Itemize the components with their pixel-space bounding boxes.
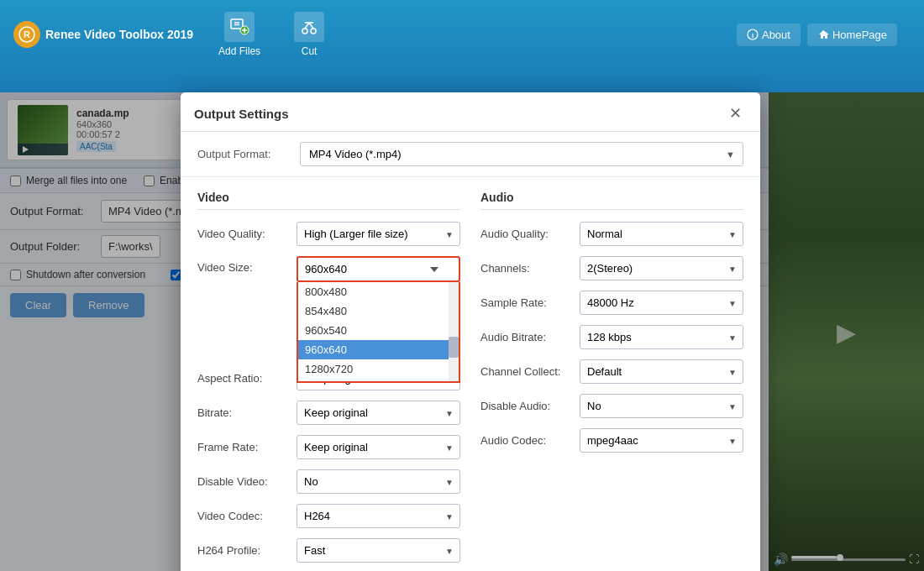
dialog-format-row: Output Format: MP4 Video (*.mp4) (181, 132, 760, 177)
h264-profile-select[interactable]: Fast (297, 538, 460, 563)
svg-point-8 (302, 29, 307, 34)
size-option-1280x720[interactable]: 1280x720 (298, 359, 459, 379)
channels-wrapper: 2(Stereo) (580, 256, 743, 280)
aspect-ratio-label: Aspect Ratio: (197, 372, 290, 385)
dialog-body: Video Video Quality: High (Larger file s… (181, 177, 760, 571)
h264-profile-row: H264 Profile: Fast (197, 538, 460, 563)
format-label: Output Format: (197, 148, 290, 160)
channel-collect-label: Channel Collect: (480, 365, 573, 378)
homepage-label: HomePage (832, 29, 887, 41)
video-codec-select[interactable]: H264 (297, 504, 460, 528)
add-files-icon (224, 12, 255, 42)
logo-icon: R (13, 21, 40, 48)
channel-collect-wrapper: Default (580, 359, 743, 384)
frame-rate-row: Frame Rate: Keep original (197, 435, 460, 459)
video-size-row: Video Size: 960x640 (197, 256, 460, 282)
add-files-button[interactable]: Add Files (210, 7, 269, 62)
disable-audio-select[interactable]: No (580, 394, 743, 418)
video-quality-wrapper: High (Larger file size) (297, 222, 460, 246)
audio-codec-select[interactable]: mpeg4aac (580, 428, 743, 453)
sample-rate-wrapper: 48000 Hz (580, 291, 743, 315)
about-button[interactable]: i About (737, 24, 801, 46)
content-area: canada.mp 640x360 00:00:57 2 AAC(Sta ▶ 🔊… (0, 92, 924, 571)
audio-section-title: Audio (480, 191, 743, 210)
video-col: Video Video Quality: High (Larger file s… (197, 191, 460, 571)
app-window: R Renee Video Toolbox 2019 (0, 0, 924, 571)
video-size-value: 960x640 (305, 263, 347, 275)
homepage-button[interactable]: HomePage (807, 24, 897, 46)
channel-collect-select[interactable]: Default (580, 359, 743, 384)
svg-point-9 (311, 29, 316, 34)
app-title: Renee Video Toolbox 2019 (45, 28, 193, 41)
disable-video-select[interactable]: No (297, 469, 460, 494)
cut-label: Cut (302, 45, 318, 57)
output-format-dialog-select[interactable]: MP4 Video (*.mp4) (300, 142, 743, 166)
cut-button[interactable]: Cut (286, 7, 333, 62)
size-option-960x640[interactable]: 960x640 (298, 340, 459, 359)
audio-bitrate-select[interactable]: 128 kbps (580, 325, 743, 349)
disable-video-wrapper: No (297, 469, 460, 494)
disable-audio-label: Disable Audio: (480, 400, 573, 412)
channels-row: Channels: 2(Stereo) (480, 256, 743, 280)
video-size-container: 960x640 800x480 854x480 960x540 (297, 256, 460, 282)
bitrate-wrapper: Keep original (297, 401, 460, 425)
video-size-field[interactable]: 960x640 (297, 256, 460, 282)
video-size-label: Video Size: (197, 256, 290, 274)
bitrate-label: Bitrate: (197, 406, 290, 419)
svg-text:i: i (752, 32, 753, 39)
disable-video-row: Disable Video: No (197, 469, 460, 494)
app-logo: R Renee Video Toolbox 2019 (13, 21, 193, 48)
video-size-dropdown: 800x480 854x480 960x540 960x640 1280x720… (297, 282, 460, 383)
sample-rate-label: Sample Rate: (480, 296, 573, 309)
about-label: About (762, 29, 790, 41)
audio-bitrate-row: Audio Bitrate: 128 kbps (480, 325, 743, 349)
audio-codec-row: Audio Codec: mpeg4aac (480, 428, 743, 453)
frame-rate-wrapper: Keep original (297, 435, 460, 459)
disable-audio-row: Disable Audio: No (480, 394, 743, 418)
disable-audio-wrapper: No (580, 394, 743, 418)
video-quality-select[interactable]: High (Larger file size) (297, 222, 460, 246)
h264-profile-label: H264 Profile: (197, 544, 290, 557)
size-option-800x480[interactable]: 800x480 (298, 282, 459, 301)
audio-codec-label: Audio Codec: (480, 434, 573, 447)
video-size-chevron (430, 267, 438, 272)
output-settings-dialog: Output Settings ✕ Output Format: MP4 Vid… (181, 92, 760, 571)
video-quality-row: Video Quality: High (Larger file size) (197, 222, 460, 246)
dialog-title-bar: Output Settings ✕ (181, 92, 760, 132)
channels-label: Channels: (480, 262, 573, 275)
frame-rate-label: Frame Rate: (197, 441, 290, 453)
svg-text:R: R (24, 29, 30, 39)
audio-bitrate-wrapper: 128 kbps (580, 325, 743, 349)
size-option-1920x1080[interactable]: 1920x1080 (298, 379, 459, 383)
size-option-854x480[interactable]: 854x480 (298, 301, 459, 321)
audio-quality-row: Audio Quality: Normal (480, 222, 743, 246)
top-bar: R Renee Video Toolbox 2019 (0, 0, 924, 92)
audio-bitrate-label: Audio Bitrate: (480, 331, 573, 343)
modal-overlay: Output Settings ✕ Output Format: MP4 Vid… (0, 92, 924, 571)
svg-line-10 (305, 23, 309, 29)
channel-collect-row: Channel Collect: Default (480, 359, 743, 384)
add-files-label: Add Files (218, 45, 260, 57)
audio-codec-wrapper: mpeg4aac (580, 428, 743, 453)
svg-line-11 (309, 23, 313, 29)
sample-rate-row: Sample Rate: 48000 Hz (480, 291, 743, 315)
format-select-wrapper: MP4 Video (*.mp4) (300, 142, 743, 166)
size-option-960x540[interactable]: 960x540 (298, 321, 459, 340)
video-codec-wrapper: H264 (297, 504, 460, 528)
audio-col: Audio Audio Quality: Normal (480, 191, 743, 571)
dialog-close-button[interactable]: ✕ (724, 102, 747, 124)
video-codec-row: Video Codec: H264 (197, 504, 460, 528)
channels-select[interactable]: 2(Stereo) (580, 256, 743, 280)
dialog-title: Output Settings (194, 107, 289, 121)
top-right-actions: i About HomePage (723, 17, 911, 53)
audio-quality-label: Audio Quality: (480, 228, 573, 240)
video-quality-label: Video Quality: (197, 228, 290, 240)
h264-profile-wrapper: Fast (297, 538, 460, 563)
bitrate-select[interactable]: Keep original (297, 401, 460, 425)
frame-rate-select[interactable]: Keep original (297, 435, 460, 459)
disable-video-label: Disable Video: (197, 475, 290, 488)
audio-quality-select[interactable]: Normal (580, 222, 743, 246)
audio-quality-wrapper: Normal (580, 222, 743, 246)
sample-rate-select[interactable]: 48000 Hz (580, 291, 743, 315)
video-section-title: Video (197, 191, 460, 210)
